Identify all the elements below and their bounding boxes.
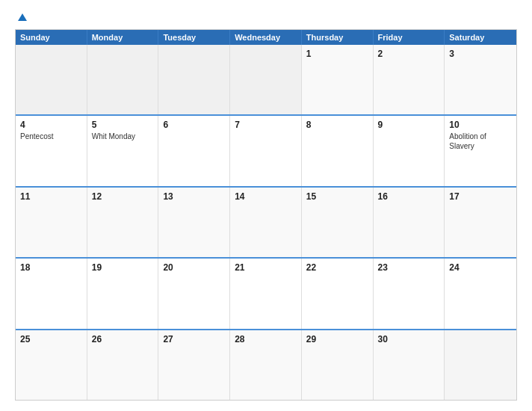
day-number: 18 bbox=[20, 262, 82, 273]
day-number: 26 bbox=[92, 334, 154, 344]
day-number: 8 bbox=[306, 120, 368, 130]
day-number: 27 bbox=[163, 334, 225, 344]
day-number: 2 bbox=[378, 49, 440, 59]
day-cell-2-4: 15 bbox=[302, 188, 374, 257]
day-cell-3-5: 23 bbox=[374, 259, 445, 328]
day-cell-1-1: 5Whit Monday bbox=[87, 116, 159, 185]
week-row-4: 18192021222324 bbox=[16, 257, 516, 328]
day-cell-1-5: 9 bbox=[374, 116, 445, 185]
day-number: 17 bbox=[449, 191, 512, 202]
day-number: 23 bbox=[378, 262, 440, 273]
day-number: 11 bbox=[20, 191, 82, 202]
day-cell-3-6: 24 bbox=[445, 259, 516, 328]
day-number: 14 bbox=[235, 191, 297, 202]
day-headers-row: Sunday Monday Tuesday Wednesday Thursday… bbox=[16, 30, 516, 45]
day-cell-2-3: 14 bbox=[230, 188, 302, 257]
day-cell-0-3 bbox=[230, 45, 302, 114]
day-number: 19 bbox=[92, 262, 154, 273]
day-number: 22 bbox=[306, 262, 368, 273]
logo-blue-row bbox=[15, 13, 27, 22]
day-number: 28 bbox=[235, 334, 297, 344]
week-row-5: 252627282930 bbox=[16, 329, 516, 400]
day-cell-1-0: 4Pentecost bbox=[16, 116, 87, 185]
week-row-1: 123 bbox=[16, 45, 516, 114]
day-cell-2-6: 17 bbox=[445, 188, 516, 257]
calendar-page: Sunday Monday Tuesday Wednesday Thursday… bbox=[0, 0, 532, 411]
day-number: 12 bbox=[92, 191, 154, 202]
header-sunday: Sunday bbox=[16, 30, 87, 45]
day-cell-4-6 bbox=[445, 330, 516, 400]
day-cell-1-2: 6 bbox=[158, 116, 230, 185]
day-cell-3-2: 20 bbox=[158, 259, 230, 328]
header-tuesday: Tuesday bbox=[158, 30, 230, 45]
day-cell-0-1 bbox=[87, 45, 159, 114]
day-cell-3-1: 19 bbox=[87, 259, 159, 328]
day-number: 6 bbox=[163, 120, 225, 130]
day-event: Whit Monday bbox=[92, 132, 135, 140]
day-cell-2-5: 16 bbox=[374, 188, 445, 257]
day-number: 29 bbox=[306, 334, 368, 344]
day-number: 15 bbox=[306, 191, 368, 202]
calendar: Sunday Monday Tuesday Wednesday Thursday… bbox=[15, 29, 517, 401]
day-number: 3 bbox=[449, 49, 512, 59]
day-cell-0-0 bbox=[16, 45, 87, 114]
day-number: 4 bbox=[20, 120, 82, 130]
day-cell-0-2 bbox=[158, 45, 230, 114]
week-row-2: 4Pentecost5Whit Monday678910Abolition of… bbox=[16, 114, 516, 185]
logo bbox=[15, 13, 27, 22]
day-cell-2-1: 12 bbox=[87, 188, 159, 257]
day-number: 16 bbox=[378, 191, 440, 202]
day-event: Pentecost bbox=[20, 132, 53, 140]
day-number: 21 bbox=[235, 262, 297, 273]
day-number: 9 bbox=[378, 120, 440, 130]
day-cell-3-0: 18 bbox=[16, 259, 87, 328]
logo-triangle-icon bbox=[18, 13, 27, 21]
day-number: 10 bbox=[449, 120, 512, 130]
day-number: 25 bbox=[20, 334, 82, 344]
day-number: 5 bbox=[92, 120, 154, 130]
day-number: 30 bbox=[378, 334, 440, 344]
week-row-3: 11121314151617 bbox=[16, 186, 516, 257]
day-cell-4-1: 26 bbox=[87, 330, 159, 400]
header-saturday: Saturday bbox=[445, 30, 516, 45]
header-wednesday: Wednesday bbox=[230, 30, 302, 45]
day-cell-0-4: 1 bbox=[302, 45, 374, 114]
calendar-body: 1234Pentecost5Whit Monday678910Abolition… bbox=[16, 45, 516, 400]
day-number: 1 bbox=[306, 49, 368, 59]
day-cell-2-0: 11 bbox=[16, 188, 87, 257]
day-cell-3-4: 22 bbox=[302, 259, 374, 328]
day-number: 13 bbox=[163, 191, 225, 202]
day-cell-4-4: 29 bbox=[302, 330, 374, 400]
day-number: 24 bbox=[449, 262, 512, 273]
day-cell-4-2: 27 bbox=[158, 330, 230, 400]
day-cell-0-5: 2 bbox=[374, 45, 445, 114]
header bbox=[15, 13, 517, 22]
header-thursday: Thursday bbox=[302, 30, 374, 45]
day-cell-2-2: 13 bbox=[158, 188, 230, 257]
day-event: Abolition of Slavery bbox=[449, 132, 486, 150]
header-friday: Friday bbox=[374, 30, 445, 45]
day-cell-1-6: 10Abolition of Slavery bbox=[445, 116, 516, 185]
day-cell-1-4: 8 bbox=[302, 116, 374, 185]
day-cell-4-3: 28 bbox=[230, 330, 302, 400]
day-cell-1-3: 7 bbox=[230, 116, 302, 185]
day-cell-3-3: 21 bbox=[230, 259, 302, 328]
header-monday: Monday bbox=[87, 30, 159, 45]
day-cell-4-0: 25 bbox=[16, 330, 87, 400]
day-cell-0-6: 3 bbox=[445, 45, 516, 114]
day-number: 7 bbox=[235, 120, 297, 130]
day-cell-4-5: 30 bbox=[374, 330, 445, 400]
day-number: 20 bbox=[163, 262, 225, 273]
